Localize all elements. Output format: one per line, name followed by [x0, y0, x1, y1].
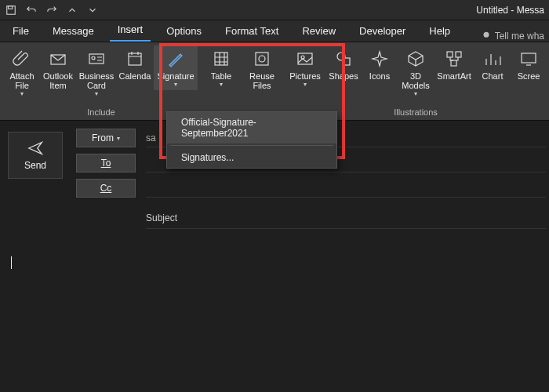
caret-down-icon[interactable] [85, 2, 100, 18]
svg-rect-8 [256, 53, 268, 65]
cube-icon [405, 48, 427, 70]
send-label: Send [24, 160, 46, 171]
group-reuse: Reuse Files . [242, 42, 282, 120]
reuse-files-button[interactable]: Reuse Files [245, 45, 279, 93]
chart-button[interactable]: Chart [475, 45, 510, 83]
smartart-button[interactable]: SmartArt [434, 45, 474, 83]
subject-input[interactable] [201, 210, 546, 226]
to-button[interactable]: To [76, 154, 136, 172]
group-illustrations: Pictures ▾ Shapes ▾ Icons 3D Models ▾ Sm… [282, 42, 549, 120]
screenshot-icon [518, 48, 540, 70]
menu-divider [170, 145, 333, 146]
signature-dropdown: Official-Signature-September2021 Signatu… [166, 111, 337, 169]
smartart-icon [443, 48, 465, 70]
3d-models-button[interactable]: 3D Models ▾ [398, 45, 433, 100]
screenshot-button[interactable]: Scree [511, 45, 546, 83]
tell-me-search[interactable]: Tell me wha [481, 31, 544, 42]
undo-icon[interactable] [24, 2, 39, 18]
sparkle-icon [369, 48, 391, 70]
svg-rect-15 [456, 52, 461, 57]
group-label-illustrations: Illustrations [394, 107, 438, 118]
chevron-down-icon: ▾ [304, 81, 307, 88]
tab-message[interactable]: Message [45, 21, 102, 42]
group-include: Attach File ▾ Outlook Item Business Card… [0, 42, 201, 120]
signature-button[interactable]: Signature ▾ [154, 45, 198, 90]
card-icon [85, 48, 107, 70]
reuse-icon [251, 48, 273, 70]
chevron-down-icon: ▾ [220, 81, 223, 88]
send-button[interactable]: Send [8, 132, 63, 179]
chart-icon [482, 48, 504, 70]
chevron-down-icon: ▾ [174, 81, 177, 88]
svg-point-12 [337, 53, 345, 60]
tab-file[interactable]: File [5, 21, 37, 42]
attach-file-button[interactable]: Attach File ▾ [5, 45, 39, 100]
from-button[interactable]: From▾ [76, 129, 136, 147]
lightbulb-icon [481, 31, 492, 42]
picture-icon [294, 48, 316, 70]
window-title: Untitled - Messa [476, 5, 546, 16]
signatures-settings-item[interactable]: Signatures... [167, 147, 336, 168]
calendar-button[interactable]: Calenda [118, 45, 152, 83]
envelope-clip-icon [47, 48, 69, 70]
svg-rect-1 [9, 5, 13, 9]
save-icon[interactable] [3, 2, 19, 18]
tell-me-label: Tell me wha [495, 31, 544, 42]
tab-options[interactable]: Options [158, 21, 209, 42]
ribbon-content: Attach File ▾ Outlook Item Business Card… [0, 42, 549, 121]
svg-point-2 [483, 32, 489, 38]
chevron-down-icon: ▾ [414, 90, 417, 97]
svg-point-5 [92, 56, 95, 60]
table-button[interactable]: Table ▾ [204, 45, 238, 90]
shapes-icon [333, 48, 354, 70]
redo-icon[interactable] [44, 2, 60, 18]
send-icon [27, 140, 44, 157]
outlook-item-button[interactable]: Outlook Item [41, 45, 75, 93]
calendar-icon [124, 48, 146, 70]
chevron-down-icon: ▾ [95, 90, 98, 97]
svg-rect-16 [451, 60, 456, 66]
chevron-down-icon: ▾ [117, 135, 120, 142]
group-tables: Table ▾ . [201, 42, 242, 120]
quick-access-toolbar [3, 2, 100, 18]
icons-button[interactable]: Icons [362, 45, 397, 83]
pen-icon [165, 48, 187, 70]
paperclip-icon [11, 48, 33, 70]
chevron-down-icon: ▾ [20, 90, 24, 97]
title-bar: Untitled - Messa [0, 0, 549, 20]
cc-input[interactable] [146, 179, 546, 198]
shapes-button[interactable]: Shapes ▾ [326, 45, 361, 90]
signature-menu-item[interactable]: Official-Signature-September2021 [167, 112, 336, 143]
cc-button[interactable]: Cc [76, 179, 136, 198]
tab-format-text[interactable]: Format Text [217, 21, 286, 42]
ribbon-tabs: File Message Insert Options Format Text … [0, 20, 549, 42]
tab-help[interactable]: Help [421, 21, 458, 42]
pictures-button[interactable]: Pictures ▾ [285, 45, 325, 90]
subject-label: Subject [146, 212, 201, 223]
tab-developer[interactable]: Developer [351, 21, 413, 42]
svg-rect-17 [522, 53, 536, 63]
svg-point-9 [259, 56, 265, 62]
group-label-include: Include [87, 107, 115, 118]
svg-rect-14 [447, 52, 453, 57]
chevron-down-icon: ▾ [342, 81, 345, 88]
business-card-button[interactable]: Business Card ▾ [77, 45, 116, 100]
caret-up-icon[interactable] [64, 2, 80, 18]
message-body[interactable] [0, 232, 549, 292]
tab-insert[interactable]: Insert [110, 20, 151, 42]
svg-rect-6 [129, 53, 141, 65]
tab-review[interactable]: Review [294, 21, 344, 42]
svg-rect-7 [215, 53, 227, 65]
text-cursor [11, 256, 12, 269]
table-icon [210, 48, 232, 70]
